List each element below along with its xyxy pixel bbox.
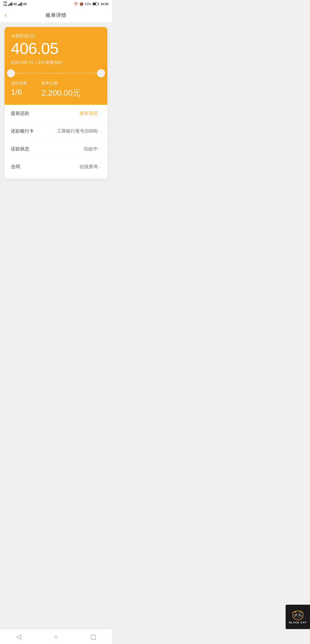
- time-label: 10:05: [100, 2, 108, 6]
- menu-label-0: 提前还款: [11, 110, 29, 117]
- menu-value-1: 工商银行尾号(5099): [57, 128, 98, 134]
- menu-value-0: 提前清贷: [80, 110, 98, 117]
- battery-icon: [93, 2, 99, 6]
- menu-container: 提前还款提前清贷›还款银行卡工商银行尾号(5099)›还款状态扣款中›合同在线查…: [5, 105, 107, 176]
- due-date: 还款日05-15（次日凌晨扣款）: [11, 60, 101, 65]
- main-content: 本期应还(元) 406.05 还款日05-15（次日凌晨扣款） 还款进度 1/6…: [0, 22, 112, 184]
- svg-rect-2: [93, 3, 96, 5]
- status-right: ⏰ 🔕 53% 10:05: [74, 2, 108, 6]
- menu-value-3: 在线查询: [80, 164, 98, 170]
- hd-labels: HD HD: [3, 1, 7, 7]
- total-value: 2,200.00元: [41, 88, 81, 98]
- menu-chevron-2: ›: [100, 147, 101, 152]
- menu-chevron-0: ›: [100, 111, 101, 116]
- signal-bars-2: [18, 2, 22, 6]
- total-item: 账单总额 2,200.00元: [41, 81, 81, 98]
- menu-label-2: 还款状态: [11, 146, 29, 152]
- battery-label: 53%: [85, 2, 91, 6]
- card-progress: 还款进度 1/6 账单总额 2,200.00元: [5, 76, 107, 105]
- alarm-icon: ⏰: [74, 2, 78, 6]
- network-label-1: 4G: [13, 3, 17, 6]
- zigzag-divider: [5, 176, 107, 180]
- menu-right-1: 工商银行尾号(5099)›: [57, 128, 101, 134]
- menu-item-0[interactable]: 提前还款提前清贷›: [5, 105, 107, 123]
- header: ‹ 账单详情: [0, 8, 112, 22]
- menu-item-2[interactable]: 还款状态扣款中›: [5, 140, 107, 158]
- back-button[interactable]: ‹: [5, 11, 7, 19]
- menu-item-3[interactable]: 合同在线查询›: [5, 158, 107, 176]
- amount-value: 406.05: [11, 40, 101, 57]
- progress-label: 还款进度: [11, 81, 27, 86]
- mute-icon: 🔕: [80, 2, 84, 6]
- bill-card: 本期应还(元) 406.05 还款日05-15（次日凌晨扣款） 还款进度 1/6…: [5, 27, 107, 180]
- menu-label-1: 还款银行卡: [11, 128, 34, 134]
- progress-item: 还款进度 1/6: [11, 81, 27, 98]
- signal-bars-1: [8, 2, 12, 6]
- menu-value-2: 扣款中: [84, 146, 98, 152]
- progress-value: 1/6: [11, 88, 27, 97]
- network-label-2: 4G: [23, 3, 27, 6]
- card-bottom: 提前还款提前清贷›还款银行卡工商银行尾号(5099)›还款状态扣款中›合同在线查…: [5, 105, 107, 180]
- coupon-divider: [11, 70, 101, 76]
- menu-right-2: 扣款中›: [84, 146, 101, 152]
- menu-label-3: 合同: [11, 164, 20, 170]
- status-left: HD HD 4G 4G: [3, 1, 27, 7]
- menu-chevron-3: ›: [100, 164, 101, 170]
- menu-right-0: 提前清贷›: [80, 110, 101, 117]
- card-top: 本期应还(元) 406.05 还款日05-15（次日凌晨扣款）: [5, 27, 107, 76]
- menu-right-3: 在线查询›: [80, 164, 101, 170]
- total-label: 账单总额: [41, 81, 81, 86]
- menu-item-1[interactable]: 还款银行卡工商银行尾号(5099)›: [5, 123, 107, 140]
- svg-rect-1: [98, 3, 99, 4]
- status-bar: HD HD 4G 4G ⏰ 🔕 53% 10:05: [0, 0, 112, 8]
- amount-label: 本期应还(元): [11, 33, 101, 39]
- menu-chevron-1: ›: [100, 129, 101, 134]
- page-title: 账单详情: [46, 12, 66, 19]
- dashed-line: [11, 73, 101, 73]
